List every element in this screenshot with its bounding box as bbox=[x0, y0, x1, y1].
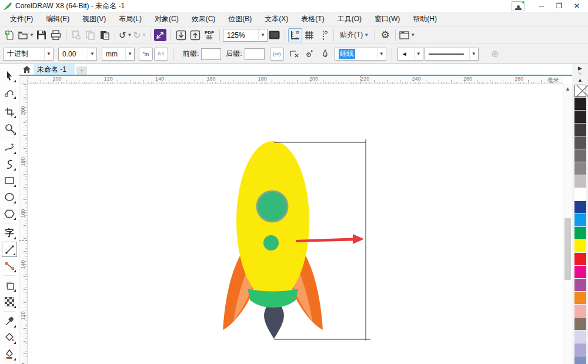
open-dropdown-icon[interactable]: ▼ bbox=[29, 32, 34, 38]
pick-tool[interactable] bbox=[2, 68, 17, 84]
add-preset-button[interactable]: ⊕ bbox=[488, 47, 502, 61]
palette-swatch-18[interactable] bbox=[574, 318, 586, 330]
menu-item-view[interactable]: 视图(V) bbox=[76, 12, 112, 26]
palette-flyout-icon[interactable]: ▶ bbox=[574, 65, 586, 71]
export-button[interactable] bbox=[188, 28, 202, 42]
undo-dropdown-icon[interactable]: ▼ bbox=[128, 32, 132, 38]
outline-width-dropdown-icon[interactable]: ▼ bbox=[377, 48, 386, 60]
ellipse-tool[interactable] bbox=[2, 189, 17, 205]
menu-item-edit[interactable]: 编辑(E) bbox=[39, 12, 76, 26]
redo-button[interactable]: ↻ ▼ bbox=[132, 28, 147, 42]
units-dropdown-icon[interactable]: ▼ bbox=[125, 48, 134, 60]
dimension-style-dropdown-icon[interactable]: ▼ bbox=[44, 48, 53, 60]
palette-swatch-21[interactable] bbox=[574, 356, 586, 364]
menu-item-text[interactable]: 文本(X) bbox=[258, 12, 295, 26]
outline-pen-button[interactable] bbox=[318, 47, 332, 61]
scroll-up-icon[interactable]: ▲ bbox=[563, 84, 572, 93]
dimension-text-button[interactable]: (xx) bbox=[270, 48, 284, 61]
line-style-dropdown-icon[interactable]: ▼ bbox=[469, 48, 478, 60]
grid-toggle-button[interactable] bbox=[302, 28, 316, 42]
palette-swatch-3[interactable] bbox=[574, 123, 586, 136]
palette-swatch-7[interactable] bbox=[574, 175, 586, 188]
undo-button[interactable]: ↺ ▼ bbox=[118, 28, 133, 42]
print-button[interactable] bbox=[49, 28, 63, 42]
palette-swatch-8[interactable] bbox=[574, 188, 586, 201]
freehand-tool[interactable] bbox=[2, 140, 17, 155]
menu-item-file[interactable]: 文件(F) bbox=[4, 12, 39, 26]
shape-tool[interactable] bbox=[2, 85, 17, 100]
menu-item-effects[interactable]: 效果(C) bbox=[185, 12, 222, 26]
vertical-ruler[interactable]: 200180160140120100 bbox=[19, 84, 28, 364]
menu-item-help[interactable]: 帮助(H) bbox=[406, 12, 443, 26]
connector-tool[interactable] bbox=[2, 258, 17, 273]
save-button[interactable] bbox=[35, 28, 49, 42]
new-document-button[interactable] bbox=[3, 28, 17, 42]
suffix-input[interactable] bbox=[245, 48, 265, 60]
rocket-band[interactable] bbox=[248, 289, 298, 308]
palette-swatch-1[interactable] bbox=[574, 98, 586, 110]
menu-item-object[interactable]: 对象(C) bbox=[148, 12, 185, 26]
line-style-combobox[interactable]: ▼ bbox=[425, 48, 479, 61]
horizontal-ruler[interactable]: 毫米 100120140160180200220240260280 bbox=[28, 76, 563, 84]
palette-swatch-6[interactable] bbox=[574, 162, 586, 175]
menu-item-window[interactable]: 窗口(W) bbox=[368, 12, 406, 26]
minimize-button[interactable]: ─ bbox=[533, 1, 550, 12]
palette-swatch-17[interactable] bbox=[574, 305, 586, 317]
copy-button[interactable] bbox=[83, 28, 98, 42]
ruler-origin-box[interactable] bbox=[19, 76, 28, 84]
palette-swatch-13[interactable] bbox=[574, 253, 586, 265]
prefix-input[interactable] bbox=[201, 48, 221, 60]
palette-swatch-2[interactable] bbox=[574, 111, 586, 123]
arrowhead-dropdown-icon[interactable]: ▼ bbox=[414, 48, 423, 60]
import-button[interactable] bbox=[174, 28, 188, 42]
rulers-toggle-button[interactable] bbox=[288, 28, 302, 42]
palette-swatch-11[interactable] bbox=[574, 227, 586, 239]
interactive-fill-tool[interactable] bbox=[2, 330, 17, 345]
menu-item-table[interactable]: 表格(T) bbox=[295, 12, 330, 26]
zoom-tool[interactable] bbox=[2, 121, 17, 136]
palette-swatch-16[interactable] bbox=[574, 292, 586, 304]
menu-item-bitmaps[interactable]: 位图(B) bbox=[222, 12, 258, 26]
palette-swatch-15[interactable] bbox=[574, 279, 586, 291]
rectangle-tool[interactable] bbox=[2, 173, 17, 188]
smart-fill-tool[interactable] bbox=[2, 346, 17, 362]
center-marker-button[interactable] bbox=[302, 47, 316, 61]
application-launcher-button[interactable]: ▼ bbox=[399, 28, 416, 42]
dimension-units-combobox[interactable]: mm ▼ bbox=[102, 48, 135, 61]
palette-swatch-9[interactable] bbox=[574, 201, 586, 213]
new-tab-button[interactable]: + bbox=[76, 66, 87, 75]
rocket-porthole-large[interactable] bbox=[257, 191, 288, 222]
search-content-button[interactable] bbox=[153, 28, 168, 42]
arrowhead-combobox[interactable]: ◄ ▼ bbox=[397, 48, 423, 61]
precision-dropdown-icon[interactable]: ▼ bbox=[88, 48, 96, 60]
drawing-canvas[interactable] bbox=[28, 84, 563, 364]
parallel-dimension-tool[interactable] bbox=[2, 242, 17, 257]
color-eyedropper-tool[interactable] bbox=[2, 313, 17, 329]
palette-swatch-12[interactable] bbox=[574, 240, 586, 252]
outline-width-combobox[interactable]: 细线 ▼ bbox=[335, 48, 386, 61]
maximize-button[interactable]: ❐ bbox=[550, 1, 568, 12]
full-screen-preview-button[interactable] bbox=[268, 28, 282, 42]
publish-pdf-button[interactable]: PDF bbox=[202, 28, 216, 42]
guidelines-toggle-button[interactable] bbox=[316, 28, 330, 42]
zoom-dropdown-icon[interactable]: ▼ bbox=[258, 29, 267, 41]
polygon-tool[interactable] bbox=[2, 206, 17, 221]
dimension-style-combobox[interactable]: 十进制 ▼ bbox=[3, 48, 54, 61]
close-button[interactable]: ✕ bbox=[568, 1, 586, 12]
options-button[interactable]: ⚙ bbox=[378, 28, 392, 42]
scrollbar-thumb[interactable] bbox=[564, 218, 571, 280]
snap-dropdown[interactable]: 贴齐(T) ▼ bbox=[337, 28, 372, 42]
palette-swatch-5[interactable] bbox=[574, 149, 586, 162]
zoom-level-combobox[interactable]: 125% ▼ bbox=[223, 29, 268, 42]
palette-swatch-14[interactable] bbox=[574, 266, 586, 278]
rocket-flame[interactable] bbox=[264, 302, 284, 339]
text-tool[interactable]: 字 bbox=[2, 225, 17, 241]
drop-shadow-tool[interactable] bbox=[2, 278, 17, 293]
open-button[interactable]: ▼ bbox=[17, 28, 35, 42]
text-position-button[interactable] bbox=[288, 47, 302, 61]
show-units-toggle-button[interactable]: ”m bbox=[139, 48, 153, 61]
menu-item-tools[interactable]: 工具(O) bbox=[331, 12, 368, 26]
document-tab[interactable]: 未命名 -1 bbox=[34, 64, 75, 75]
menu-item-layout[interactable]: 布局(L) bbox=[112, 12, 148, 26]
redo-dropdown-icon[interactable]: ▼ bbox=[142, 32, 146, 38]
